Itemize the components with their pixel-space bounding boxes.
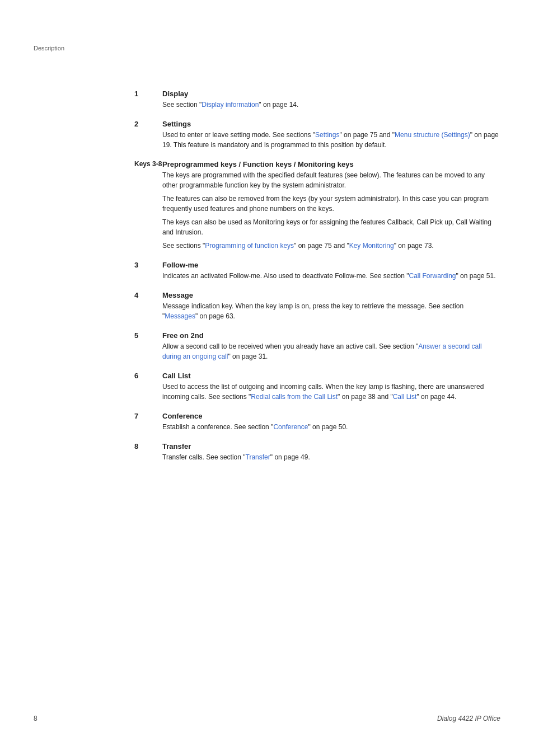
section-number-5: 5 [134, 331, 162, 340]
section-title-message: Message [162, 291, 500, 299]
link-display-information[interactable]: Display information [202, 101, 259, 109]
link-key-monitoring[interactable]: Key Monitoring [349, 242, 394, 250]
footer: 8 Dialog 4422 IP Office [34, 715, 500, 722]
section-content-2: Settings Used to enter or leave setting … [162, 120, 500, 150]
link-menu-structure[interactable]: Menu structure (Settings) [395, 131, 470, 139]
section-display: 1 Display See section "Display informati… [134, 90, 500, 110]
section-body-display: See section "Display information" on pag… [162, 100, 500, 110]
section-content-4: Message Message indication key. When the… [162, 291, 500, 321]
section-title-transfer: Transfer [162, 442, 500, 450]
link-settings[interactable]: Settings [315, 131, 339, 139]
section-number-8: 8 [134, 442, 162, 450]
section-message: 4 Message Message indication key. When t… [134, 291, 500, 321]
section-title-free-on-2nd: Free on 2nd [162, 331, 500, 340]
footer-document-title: Dialog 4422 IP Office [437, 715, 500, 722]
link-redial-calls[interactable]: Redial calls from the Call List [251, 393, 338, 401]
page-container: Description 1 Display See section "Displ… [0, 0, 534, 756]
section-body-transfer: Transfer calls. See section "Transfer" o… [162, 452, 500, 462]
section-content-1: Display See section "Display information… [162, 90, 500, 110]
section-settings: 2 Settings Used to enter or leave settin… [134, 120, 500, 150]
section-number-keys: Keys 3-8 [134, 160, 162, 168]
link-answer-second-call[interactable]: Answer a second call during an ongoing c… [162, 342, 482, 360]
section-number-1: 1 [134, 90, 162, 98]
section-call-list: 6 Call List Used to access the list of o… [134, 372, 500, 402]
link-programming-function-keys[interactable]: Programming of function keys [205, 242, 294, 250]
section-content-3: Follow-me Indicates an activated Follow-… [162, 261, 500, 281]
section-body-conference: Establish a conference. See section "Con… [162, 422, 500, 432]
link-call-forwarding[interactable]: Call Forwarding [409, 272, 456, 280]
section-title-conference: Conference [162, 412, 500, 420]
description-label: Description [34, 45, 64, 51]
section-body-call-list: Used to access the list of outgoing and … [162, 382, 500, 402]
section-content-keys: Preprogrammed keys / Function keys / Mon… [162, 160, 500, 251]
section-body-free-on-2nd: Allow a second call to be received when … [162, 341, 500, 361]
section-content-8: Transfer Transfer calls. See section "Tr… [162, 442, 500, 462]
section-number-6: 6 [134, 372, 162, 380]
section-follow-me: 3 Follow-me Indicates an activated Follo… [134, 261, 500, 281]
link-transfer[interactable]: Transfer [246, 453, 270, 461]
section-content-7: Conference Establish a conference. See s… [162, 412, 500, 432]
section-title-call-list: Call List [162, 372, 500, 380]
section-transfer: 8 Transfer Transfer calls. See section "… [134, 442, 500, 462]
section-body-follow-me: Indicates an activated Follow-me. Also u… [162, 271, 500, 281]
footer-page-number: 8 [34, 715, 38, 722]
section-number-3: 3 [134, 261, 162, 269]
link-messages[interactable]: Messages [165, 312, 195, 320]
section-conference: 7 Conference Establish a conference. See… [134, 412, 500, 432]
section-body-settings: Used to enter or leave setting mode. See… [162, 130, 500, 150]
section-number-4: 4 [134, 291, 162, 299]
section-title-display: Display [162, 90, 500, 98]
section-title-keys: Preprogrammed keys / Function keys / Mon… [162, 160, 500, 168]
section-keys-3-8: Keys 3-8 Preprogrammed keys / Function k… [134, 160, 500, 251]
section-number-7: 7 [134, 412, 162, 420]
section-title-settings: Settings [162, 120, 500, 128]
section-body-message: Message indication key. When the key lam… [162, 301, 500, 321]
section-content-5: Free on 2nd Allow a second call to be re… [162, 331, 500, 361]
section-title-follow-me: Follow-me [162, 261, 500, 269]
link-conference[interactable]: Conference [273, 423, 308, 431]
section-free-on-2nd: 5 Free on 2nd Allow a second call to be … [134, 331, 500, 361]
section-number-2: 2 [134, 120, 162, 128]
content-area: 1 Display See section "Display informati… [134, 90, 500, 462]
section-body-keys: The keys are programmed with the specifi… [162, 170, 500, 251]
section-content-6: Call List Used to access the list of out… [162, 372, 500, 402]
link-call-list[interactable]: Call List [393, 393, 417, 401]
